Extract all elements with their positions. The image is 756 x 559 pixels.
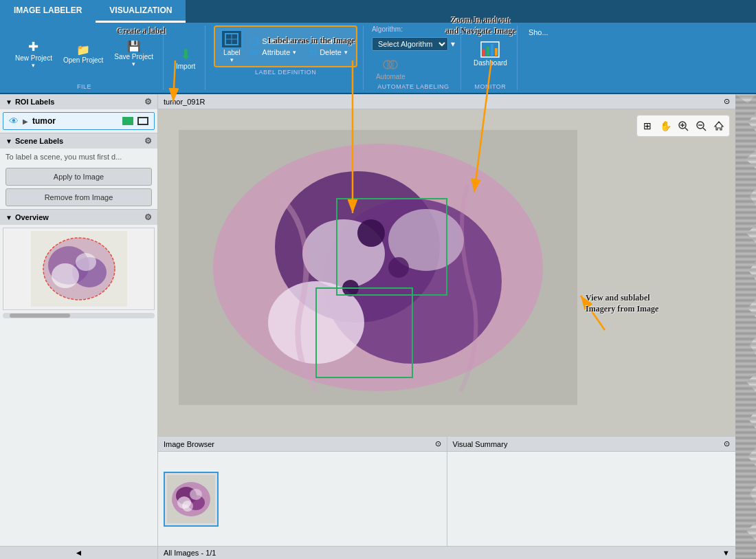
image-title-bar: tumor_091R ⊙ <box>158 94 735 109</box>
visual-summary-header: Visual Summary ⊙ <box>447 437 736 452</box>
ribbon-sub-buttons: + Sublabel ▾ Attribute ▾ <box>247 36 300 57</box>
save-project-button[interactable]: 💾 Save Project ▾ <box>110 39 157 69</box>
dashboard-button[interactable]: Dashboard <box>469 40 511 68</box>
automate-button[interactable]: Automate <box>372 56 410 82</box>
image-browser-header: Image Browser ⊙ <box>158 437 447 452</box>
edit-button[interactable]: Edit ▾ <box>304 36 351 46</box>
roi-tumor-label: tumor <box>32 116 118 126</box>
main-area: ▼ ROI Labels ⚙ 👁 ▶ tumor ▼ <box>0 94 756 559</box>
ribbon-show-section: Sho... <box>520 25 557 90</box>
new-project-button[interactable]: ✚ New Project ▾ <box>11 38 56 70</box>
thumbnail-item[interactable] <box>164 472 219 527</box>
center-area: tumor_091R ⊙ <box>158 94 735 559</box>
roi-labels-header[interactable]: ▼ ROI Labels ⚙ <box>0 94 157 109</box>
select-algorithm-dropdown[interactable]: Select Algorithm <box>372 37 448 51</box>
roi-labels-title: ROI Labels <box>15 98 54 106</box>
file-section-label: FILE <box>77 83 91 90</box>
svg-rect-25 <box>491 44 493 56</box>
scene-labels-header[interactable]: ▼ Scene Labels ⚙ <box>0 133 157 149</box>
zoom-out-button[interactable] <box>693 118 709 134</box>
home-tool-button[interactable] <box>711 118 727 134</box>
delete-button[interactable]: Delete ▾ <box>304 47 351 57</box>
overview-section: ▼ Overview ⚙ <box>0 210 157 546</box>
save-project-chevron: ▾ <box>132 61 135 67</box>
image-browser-title: Image Browser <box>164 440 214 448</box>
roi-rect-icon <box>137 117 148 125</box>
open-project-icon: 📁 <box>76 43 90 56</box>
image-browser-content <box>158 452 447 546</box>
ribbon-file-section: ✚ New Project ▾ 📁 Open Project 💾 Save Pr… <box>5 25 164 90</box>
right-edge <box>735 94 756 559</box>
svg-rect-24 <box>487 47 489 56</box>
attribute-button[interactable]: Attribute ▾ <box>247 47 300 57</box>
sublabel-button[interactable]: + Sublabel ▾ <box>247 36 300 46</box>
apply-to-image-button[interactable]: Apply to Image <box>5 168 152 186</box>
eye-icon[interactable]: 👁 <box>9 116 19 127</box>
svg-rect-26 <box>495 48 498 56</box>
visual-summary-panel: Visual Summary ⊙ <box>447 437 736 546</box>
roi-gear-icon[interactable]: ⚙ <box>144 97 152 107</box>
roi-color-box <box>122 117 133 125</box>
grid-tool-button[interactable]: ⊞ <box>639 118 656 134</box>
ribbon-edit-delete: Edit ▾ Delete ▾ <box>304 36 351 57</box>
show-label: Sho... <box>526 25 551 39</box>
overview-gear-icon[interactable]: ⚙ <box>144 212 152 222</box>
svg-point-31 <box>52 263 79 288</box>
scroll-down-icon[interactable]: ▼ <box>722 549 730 557</box>
image-toolbar: ⊞ ✋ <box>636 115 730 137</box>
roi-labels-section: ▼ ROI Labels ⚙ 👁 ▶ tumor <box>0 94 157 133</box>
label-def-section-label: LABEL DEFINITION <box>255 69 316 76</box>
scene-expand-arrow: ▼ <box>5 138 12 145</box>
image-title-gear[interactable]: ⊙ <box>724 97 730 106</box>
visual-summary-gear[interactable]: ⊙ <box>724 439 730 448</box>
all-images-label: All Images - 1/1 <box>164 549 216 557</box>
open-project-button[interactable]: 📁 Open Project <box>59 42 107 65</box>
left-scroll-icon: ◄ <box>75 548 83 558</box>
bottom-panels: Image Browser ⊙ <box>158 436 735 546</box>
label-icon <box>221 30 243 49</box>
new-project-icon: ✚ <box>28 39 38 54</box>
pan-tool-button[interactable]: ✋ <box>657 118 674 134</box>
new-project-chevron: ▾ <box>32 62 35 69</box>
overview-thumbnail <box>3 228 155 310</box>
algorithm-label: Algorithm: <box>372 25 403 33</box>
edit-chevron: ▾ <box>335 38 339 45</box>
ribbon-automate-section: Algorithm: Select Algorithm ▾ <box>366 25 461 90</box>
label-chevron: ▾ <box>230 56 234 63</box>
visual-summary-title: Visual Summary <box>453 440 508 448</box>
image-browser-gear[interactable]: ⊙ <box>435 439 441 448</box>
scroll-left-arrow[interactable]: ◄ <box>0 546 157 559</box>
roi-expand-arrow: ▼ <box>5 98 12 106</box>
import-icon: ⬇ <box>180 46 192 63</box>
image-view[interactable]: ⊞ ✋ <box>158 109 735 436</box>
scene-labels-title: Scene Labels <box>15 137 63 145</box>
svg-point-42 <box>388 257 409 278</box>
tumor-roi-item: 👁 ▶ tumor <box>3 112 155 130</box>
scene-description: To label a scene, you must first d... <box>0 149 157 165</box>
image-browser-panel: Image Browser ⊙ <box>158 437 447 546</box>
visual-summary-content <box>447 452 736 546</box>
overview-title: Overview <box>15 213 49 221</box>
label-def-box: Label ▾ + Sublabel ▾ <box>214 25 357 67</box>
image-title: tumor_091R <box>164 98 205 106</box>
overview-header[interactable]: ▼ Overview ⚙ <box>0 210 157 225</box>
torn-edge-decoration <box>735 94 756 559</box>
ribbon-label-section: Label ▾ + Sublabel ▾ <box>208 25 364 90</box>
ribbon-import-section: ⬇ Import <box>166 25 205 90</box>
zoom-in-button[interactable] <box>675 118 691 134</box>
svg-point-41 <box>357 219 385 247</box>
overview-expand-arrow: ▼ <box>5 214 12 221</box>
label-button[interactable]: Label ▾ <box>221 30 243 63</box>
svg-rect-23 <box>482 50 485 56</box>
remove-from-image-button[interactable]: Remove from Image <box>5 188 152 206</box>
import-button[interactable]: ⬇ Import <box>172 45 199 72</box>
tab-image-labeler[interactable]: IMAGE LABELER <box>0 0 96 23</box>
scene-gear-icon[interactable]: ⚙ <box>144 136 152 146</box>
ribbon: ✚ New Project ▾ 📁 Open Project 💾 Save Pr… <box>0 23 756 94</box>
save-project-icon: 💾 <box>127 40 141 53</box>
tab-visualization[interactable]: VISUALIZATION <box>96 0 186 23</box>
left-panel: ▼ ROI Labels ⚙ 👁 ▶ tumor ▼ <box>0 94 158 559</box>
svg-point-59 <box>182 501 193 512</box>
scene-labels-section: ▼ Scene Labels ⚙ To label a scene, you m… <box>0 133 157 210</box>
svg-line-51 <box>703 128 706 131</box>
